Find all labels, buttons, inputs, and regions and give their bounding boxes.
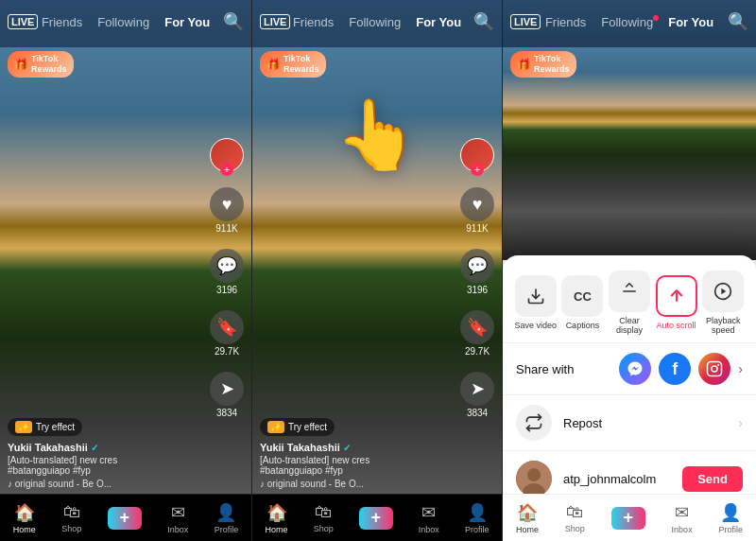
shop-label-3: Shop <box>565 524 585 533</box>
bottom-nav-1: 🏠 Home 🛍 Shop + ✉ Inbox 👤 Profile <box>0 494 251 541</box>
auto-scroll-action[interactable]: Auto scroll <box>655 275 698 330</box>
clear-display-action[interactable]: Clear display <box>608 270 651 335</box>
rewards-badge-1[interactable]: 🎁 TikTokRewards <box>8 51 74 78</box>
nav-following-wrap-3: Following <box>593 13 661 30</box>
try-effect-badge-2[interactable]: ✨ Try effect <box>260 418 335 436</box>
captions-icon: CC <box>561 275 603 317</box>
caption-2: [Auto-translated] new cres#batangguiapo … <box>260 455 450 476</box>
hand-cursor: 👆 <box>335 95 420 175</box>
comment-item-2[interactable]: 💬 3196 <box>460 249 494 295</box>
comment-count-1: 3196 <box>216 285 237 295</box>
rewards-text-1: TikTokRewards <box>31 54 67 75</box>
more-social-chevron[interactable]: › <box>738 361 743 376</box>
profile-label-1: Profile <box>215 525 239 534</box>
profile-icon-1: 👤 <box>215 502 236 523</box>
search-icon-2[interactable]: 🔍 <box>473 11 494 32</box>
messenger-icon[interactable] <box>619 353 651 385</box>
follow-plus-2: + <box>471 163 484 176</box>
nav-bar-3: LIVE Friends Following For You 🔍 <box>503 0 756 44</box>
send-button[interactable]: Send <box>682 466 743 492</box>
home-icon-1: 🏠 <box>14 502 35 523</box>
auto-scroll-icon <box>656 275 697 317</box>
nav-plus-1[interactable]: + <box>108 507 142 530</box>
nav-shop-3[interactable]: 🛍 Shop <box>565 502 585 533</box>
nav-following-3[interactable]: Following <box>593 11 661 33</box>
follow-plus-1: + <box>220 163 233 176</box>
avatar-item-1[interactable]: + <box>210 138 244 172</box>
rewards-badge-2[interactable]: 🎁 TikTokRewards <box>260 51 326 78</box>
nav-shop-1[interactable]: 🛍 Shop <box>61 502 81 533</box>
video-section-3: LIVE Friends Following For You 🔍 🎁 TikTo… <box>503 0 756 260</box>
rewards-text-3: TikTokRewards <box>534 54 570 75</box>
bookmark-item-1[interactable]: 🔖 29.7K <box>210 310 244 357</box>
facebook-icon[interactable]: f <box>659 353 691 385</box>
svg-point-9 <box>527 468 541 481</box>
shop-label-2: Shop <box>314 524 334 533</box>
nav-home-3[interactable]: 🏠 Home <box>516 502 539 534</box>
nav-friends-2[interactable]: Friends <box>285 11 341 33</box>
share-item-1[interactable]: ➤ 3834 <box>210 372 244 418</box>
panel-3: LIVE Friends Following For You 🔍 🎁 TikTo… <box>503 0 756 541</box>
nav-foryou-1[interactable]: For You <box>157 11 217 33</box>
bookmark-item-2[interactable]: 🔖 29.7K <box>460 310 494 357</box>
username-2: Yukii Takahashii ✓ <box>260 442 450 453</box>
verified-icon-2: ✓ <box>343 443 351 453</box>
rewards-icon-3: 🎁 <box>517 58 531 71</box>
nav-bar-2: LIVE Friends Following For You 🔍 <box>252 0 502 44</box>
sound-info-1: ♪ original sound - Be O... <box>8 479 199 489</box>
nav-following-1[interactable]: Following <box>90 11 157 33</box>
rewards-badge-3[interactable]: 🎁 TikTokRewards <box>510 51 576 78</box>
share-item-2[interactable]: ➤ 3834 <box>460 372 494 418</box>
search-icon-1[interactable]: 🔍 <box>223 11 244 32</box>
malcolm-text: atp_johnmalcolm <box>563 470 671 487</box>
share-count-2: 3834 <box>467 408 488 418</box>
share-social-icons: f › <box>619 353 743 385</box>
nav-home-2[interactable]: 🏠 Home <box>266 502 288 534</box>
svg-marker-4 <box>722 288 727 295</box>
like-item-1[interactable]: ♥ 911K <box>210 187 244 234</box>
nav-inbox-2[interactable]: ✉ Inbox <box>419 502 439 534</box>
right-icons-2: + ♥ 911K 💬 3196 🔖 29.7K ➤ 3834 <box>460 138 494 418</box>
nav-profile-1[interactable]: 👤 Profile <box>215 502 239 534</box>
instagram-icon[interactable] <box>698 353 730 385</box>
live-badge-1: LIVE <box>8 14 38 29</box>
nav-shop-2[interactable]: 🛍 Shop <box>314 502 334 533</box>
repost-row[interactable]: Repost › <box>503 394 756 450</box>
nav-following-2[interactable]: Following <box>341 11 408 33</box>
panel-1: LIVE Friends Following For You 🔍 🎁 TikTo… <box>0 0 251 541</box>
search-icon-3[interactable]: 🔍 <box>728 11 748 32</box>
comment-icon-1: 💬 <box>210 249 244 283</box>
like-count-1: 911K <box>215 223 237 234</box>
nav-inbox-3[interactable]: ✉ Inbox <box>672 502 693 534</box>
shop-icon-3: 🛍 <box>566 502 583 522</box>
nav-bar-1: LIVE Friends Following For You 🔍 <box>0 0 251 44</box>
inbox-icon-2: ✉ <box>421 502 436 523</box>
nav-inbox-1[interactable]: ✉ Inbox <box>167 502 188 534</box>
nav-plus-3[interactable]: + <box>611 507 645 530</box>
nav-friends-1[interactable]: Friends <box>34 11 90 33</box>
avatar-item-2[interactable]: + <box>460 138 494 172</box>
rewards-icon-2: 🎁 <box>266 58 281 71</box>
try-effect-icon-1: ✨ <box>15 421 32 433</box>
nav-foryou-2[interactable]: For You <box>408 11 469 33</box>
shop-icon-1: 🛍 <box>63 502 80 522</box>
playback-speed-action[interactable]: Playback speed <box>701 270 745 335</box>
comment-item-1[interactable]: 💬 3196 <box>210 249 244 295</box>
share-count-1: 3834 <box>216 408 237 418</box>
nav-foryou-3[interactable]: For You <box>661 11 721 33</box>
share-with-row: Share with f › <box>503 343 756 394</box>
nav-friends-3[interactable]: Friends <box>538 11 593 33</box>
share-with-label: Share with <box>516 362 610 376</box>
nav-plus-2[interactable]: + <box>359 507 393 530</box>
bookmark-icon-1: 🔖 <box>210 310 244 344</box>
save-video-action[interactable]: Save video <box>514 275 558 330</box>
nav-profile-2[interactable]: 👤 Profile <box>465 502 490 534</box>
try-effect-badge-1[interactable]: ✨ Try effect <box>8 418 82 436</box>
comment-icon-2: 💬 <box>460 249 494 283</box>
nav-profile-3[interactable]: 👤 Profile <box>719 502 744 534</box>
captions-action[interactable]: CC Captions <box>561 275 605 330</box>
nav-home-1[interactable]: 🏠 Home <box>13 502 36 534</box>
shop-label-1: Shop <box>61 524 81 533</box>
like-item-2[interactable]: ♥ 911K <box>460 187 494 234</box>
username-1: Yukii Takahashii ✓ <box>8 442 199 453</box>
